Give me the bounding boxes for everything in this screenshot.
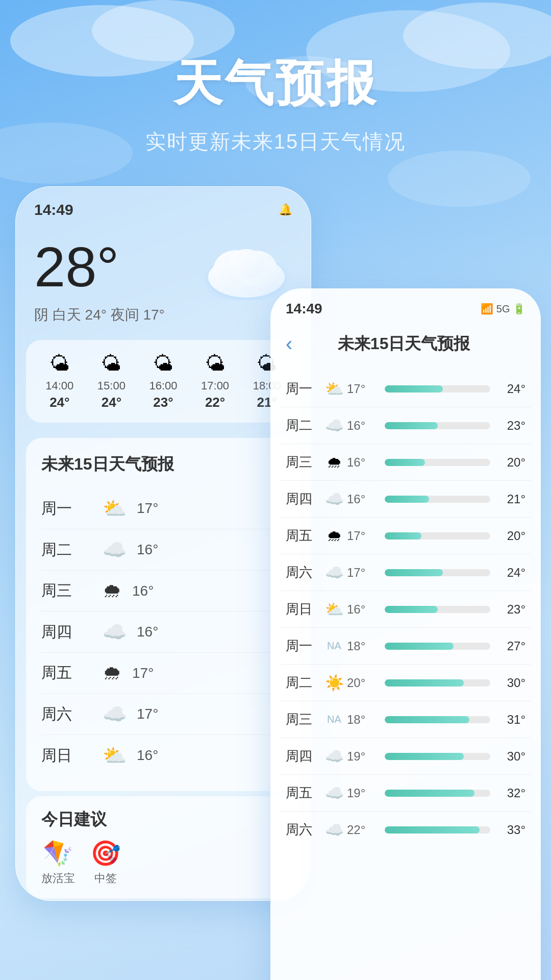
day-temp: 16° xyxy=(137,624,158,640)
day-name: 周二 xyxy=(286,416,321,434)
day-name: 周一 xyxy=(286,637,321,655)
day-low: 17° xyxy=(347,529,378,543)
temp-bar xyxy=(385,643,490,650)
hourly-time-1: 15:00 xyxy=(88,379,135,393)
day-low: 16° xyxy=(347,492,378,506)
day-icon: ☁️ xyxy=(321,490,347,508)
list-item: 🌤 17:00 22° xyxy=(192,352,239,410)
day-icon: 🌧 xyxy=(321,527,347,545)
table-row: 周一 ⛅ 17° xyxy=(41,488,285,529)
day-low: 19° xyxy=(347,749,378,764)
right-time: 14:49 xyxy=(286,301,322,317)
day-low: 19° xyxy=(347,786,378,800)
day-name: 周五 xyxy=(286,527,321,545)
temp-bar xyxy=(385,422,490,429)
day-icon: ⛅ xyxy=(321,380,347,398)
day-icon: ⛅ xyxy=(321,600,347,618)
day-name: 周四 xyxy=(286,490,321,508)
hourly-strip: 🌤 14:00 24° 🌤 15:00 24° 🌤 16:00 23° 🌤 17… xyxy=(26,340,300,423)
day-temp: 17° xyxy=(137,706,158,722)
app-subtitle: 实时更新未来15日天气情况 xyxy=(0,128,551,156)
right-day-list: 周一 ⛅ 17° 24° 周二 ☁️ 16° 23° 周三 xyxy=(270,365,541,853)
hourly-temp-3: 22° xyxy=(192,395,239,410)
day-low: 17° xyxy=(347,382,378,396)
list-item: 🌤 14:00 24° xyxy=(36,352,83,410)
day-high: 33° xyxy=(497,823,525,837)
cloud-svg xyxy=(201,234,292,300)
table-row: 周五 🌧 17° xyxy=(41,653,285,694)
temp-bar-fill xyxy=(385,459,425,466)
day-name: 周三 xyxy=(41,580,92,601)
table-row: 周四 ☁️ 16° xyxy=(41,611,285,653)
day-name: 周三 xyxy=(286,710,321,728)
day-name: 周六 xyxy=(286,821,321,839)
suggestion-section: 今日建议 🪁 放活宝 🎯 中签 xyxy=(26,796,300,898)
sug-label-1: 中签 xyxy=(94,872,117,885)
header: 天气预报 实时更新未来15日天气情况 xyxy=(0,0,551,156)
hourly-temp-2: 23° xyxy=(140,395,187,410)
right-status-bar: 14:49 📶 5G 🔋 xyxy=(270,288,541,322)
list-item: 🎯 中签 xyxy=(90,839,121,886)
hourly-time-2: 16:00 xyxy=(140,379,187,393)
suggestion-icons: 🪁 放活宝 🎯 中签 xyxy=(41,839,285,886)
sug-icon-1: 🎯 xyxy=(90,839,121,868)
temp-bar xyxy=(385,753,490,760)
day-high: 30° xyxy=(497,749,525,764)
day-high: 21° xyxy=(497,492,525,506)
day-icon: ⛅ xyxy=(103,744,127,767)
table-row: 周二 ☁️ 16° xyxy=(41,529,285,571)
table-row: 周四 ☁️ 19° 30° xyxy=(281,738,531,775)
left-status-bar: 14:49 🔔 xyxy=(16,187,311,224)
day-low: 16° xyxy=(347,419,378,433)
day-icon: ☁️ xyxy=(321,564,347,581)
day-low: 18° xyxy=(347,713,378,727)
temp-bar-fill xyxy=(385,643,454,650)
table-row: 周一 ⛅ 17° 24° xyxy=(281,371,531,407)
day-name: 周六 xyxy=(286,564,321,581)
day-icon: NA xyxy=(321,640,347,652)
day-high: 24° xyxy=(497,382,525,396)
table-row: 周三 🌧 16° xyxy=(41,571,285,611)
day-name: 周五 xyxy=(286,784,321,802)
day-name: 周一 xyxy=(41,498,92,519)
day-high: 32° xyxy=(497,786,525,800)
day-name: 周三 xyxy=(286,453,321,471)
day-low: 22° xyxy=(347,823,378,837)
phone-left: 14:49 🔔 28° xyxy=(15,186,311,901)
suggestion-title: 今日建议 xyxy=(41,808,285,831)
temp-bar xyxy=(385,569,490,576)
back-button[interactable]: ‹ xyxy=(286,332,292,355)
day-high: 27° xyxy=(497,639,525,653)
day-low: 20° xyxy=(347,676,378,690)
day-temp: 17° xyxy=(137,500,158,517)
temp-bar xyxy=(385,790,490,797)
day-temp: 16° xyxy=(137,542,158,558)
day-name: 周日 xyxy=(286,600,321,618)
left-weather-desc: 阴 白天 24° 夜间 17° xyxy=(16,305,311,325)
right-nav-header: ‹ 未来15日天气预报 xyxy=(270,322,541,365)
day-temp: 17° xyxy=(132,665,154,681)
day-icon: ☁️ xyxy=(321,747,347,765)
day-icon: ☁️ xyxy=(321,416,347,434)
table-row: 周日 ⛅ 16° 23° xyxy=(281,591,531,628)
phones-container: 14:49 🔔 28° xyxy=(0,186,551,952)
day-icon: ☁️ xyxy=(103,703,127,725)
temp-bar-fill xyxy=(385,422,438,429)
day-icon: 🌧 xyxy=(103,580,122,602)
hourly-icon-1: 🌤 xyxy=(88,352,135,375)
list-item: 🌤 16:00 23° xyxy=(140,352,187,410)
temp-bar-fill xyxy=(385,385,443,393)
day-low: 16° xyxy=(347,455,378,470)
day-name: 周六 xyxy=(41,704,92,725)
left-main-weather: 28° xyxy=(16,224,311,310)
temp-bar xyxy=(385,532,490,540)
day-icon: 🌧 xyxy=(321,454,347,471)
day-icon: ☁️ xyxy=(321,784,347,802)
day-temp: 16° xyxy=(137,747,158,764)
day-name: 周二 xyxy=(41,540,92,560)
table-row: 周六 ☁️ 17° xyxy=(41,694,285,735)
day-low: 18° xyxy=(347,639,378,653)
hourly-icon-3: 🌤 xyxy=(192,352,239,375)
day-temp: 16° xyxy=(132,583,154,599)
day-low: 16° xyxy=(347,602,378,617)
